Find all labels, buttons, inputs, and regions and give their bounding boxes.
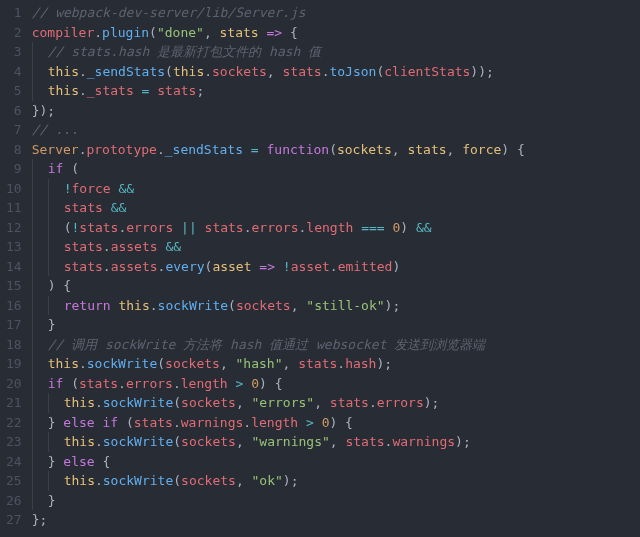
code-line-content: compiler.plugin("done", stats => { bbox=[32, 25, 298, 40]
token-punct: ) bbox=[392, 259, 400, 274]
token-string: "done" bbox=[157, 25, 204, 40]
token-prop: sockets bbox=[181, 473, 236, 488]
token-punct: , bbox=[392, 142, 408, 157]
line-number: 16 bbox=[6, 296, 22, 316]
code-line-content: return this.sockWrite(sockets, "still-ok… bbox=[32, 298, 401, 313]
token-punct: , bbox=[220, 356, 236, 371]
token-prop: stats bbox=[79, 376, 118, 391]
token-comment: // 调用 sockWrite 方法将 hash 值通过 websocket 发… bbox=[48, 337, 486, 352]
token-prop: sockets bbox=[236, 298, 291, 313]
line-number: 9 bbox=[6, 159, 22, 179]
token-default bbox=[243, 142, 251, 157]
token-prop: warnings bbox=[392, 434, 455, 449]
token-default bbox=[63, 161, 71, 176]
token-default bbox=[259, 142, 267, 157]
token-punct: . bbox=[244, 220, 252, 235]
line-number: 13 bbox=[6, 237, 22, 257]
token-default bbox=[228, 376, 236, 391]
token-prop: stats bbox=[134, 415, 173, 430]
token-keyword: function bbox=[267, 142, 330, 157]
code-line: this._sendStats(this.sockets, stats.toJs… bbox=[32, 62, 640, 82]
token-prop: stats bbox=[330, 395, 369, 410]
token-prop: errors bbox=[252, 220, 299, 235]
token-prop: hash bbox=[345, 356, 376, 371]
token-default bbox=[103, 200, 111, 215]
token-punct: . bbox=[103, 239, 111, 254]
token-string: "warnings" bbox=[252, 434, 330, 449]
token-comment: // webpack-dev-server/lib/Server.js bbox=[32, 5, 306, 20]
token-func: sockWrite bbox=[103, 473, 173, 488]
code-line-content: } else { bbox=[32, 454, 111, 469]
token-prop: compiler bbox=[32, 25, 95, 40]
token-prop: sockets bbox=[212, 64, 267, 79]
token-punct: ( bbox=[173, 395, 181, 410]
token-keyword: if bbox=[48, 161, 64, 176]
code-line: this.sockWrite(sockets, "ok"); bbox=[32, 471, 640, 491]
token-prop: errors bbox=[126, 376, 173, 391]
token-prop: stats bbox=[157, 83, 196, 98]
token-punct: ); bbox=[376, 356, 392, 371]
token-prop: asset bbox=[291, 259, 330, 274]
token-punct: , bbox=[267, 64, 283, 79]
token-default bbox=[134, 83, 142, 98]
line-number: 11 bbox=[6, 198, 22, 218]
token-punct: . bbox=[95, 434, 103, 449]
token-keyword: else bbox=[63, 415, 94, 430]
token-keyword: => bbox=[267, 25, 283, 40]
code-line: }; bbox=[32, 510, 640, 530]
token-operator: && bbox=[118, 181, 134, 196]
token-prop: length bbox=[181, 376, 228, 391]
line-number: 23 bbox=[6, 432, 22, 452]
token-keyword: if bbox=[48, 376, 64, 391]
code-line: } else if (stats.warnings.length > 0) { bbox=[32, 413, 640, 433]
line-number: 19 bbox=[6, 354, 22, 374]
code-line: // 调用 sockWrite 方法将 hash 值通过 websocket 发… bbox=[32, 335, 640, 355]
token-punct: }; bbox=[32, 512, 48, 527]
token-prop: prototype bbox=[86, 142, 156, 157]
token-operator: ! bbox=[283, 259, 291, 274]
token-prop: length bbox=[251, 415, 298, 430]
token-punct: . bbox=[204, 64, 212, 79]
token-punct: } bbox=[48, 317, 56, 332]
code-editor: 1234567891011121314151617181920212223242… bbox=[0, 0, 640, 533]
token-default bbox=[243, 376, 251, 391]
token-punct: . bbox=[79, 64, 87, 79]
line-number: 15 bbox=[6, 276, 22, 296]
token-prop: length bbox=[306, 220, 353, 235]
token-punct: { bbox=[290, 25, 298, 40]
line-number: 21 bbox=[6, 393, 22, 413]
token-prop: errors bbox=[377, 395, 424, 410]
token-this: this bbox=[64, 434, 95, 449]
code-line-content: // 调用 sockWrite 方法将 hash 值通过 websocket 发… bbox=[32, 337, 486, 352]
code-line-content: (!stats.errors || stats.errors.length ==… bbox=[32, 220, 432, 235]
token-punct: ( bbox=[173, 473, 181, 488]
token-punct: ( bbox=[126, 415, 134, 430]
token-param: sockets bbox=[337, 142, 392, 157]
code-line-content: } else if (stats.warnings.length > 0) { bbox=[32, 415, 353, 430]
code-line-content: }; bbox=[32, 512, 48, 527]
code-line: this.sockWrite(sockets, "hash", stats.ha… bbox=[32, 354, 640, 374]
token-default bbox=[118, 415, 126, 430]
token-prop: assets bbox=[111, 239, 158, 254]
token-const: Server bbox=[32, 142, 79, 157]
line-number: 10 bbox=[6, 179, 22, 199]
token-punct: . bbox=[94, 25, 102, 40]
code-line: if ( bbox=[32, 159, 640, 179]
token-punct: , bbox=[314, 395, 330, 410]
token-punct: . bbox=[173, 376, 181, 391]
token-punct: ) { bbox=[329, 415, 352, 430]
code-line-content: // ... bbox=[32, 122, 79, 137]
line-number: 24 bbox=[6, 452, 22, 472]
token-this: this bbox=[48, 83, 79, 98]
token-punct: . bbox=[173, 415, 181, 430]
token-punct: . bbox=[103, 259, 111, 274]
line-number: 7 bbox=[6, 120, 22, 140]
token-keyword: if bbox=[102, 415, 118, 430]
code-line-content: this._sendStats(this.sockets, stats.toJs… bbox=[32, 64, 494, 79]
token-string: "still-ok" bbox=[306, 298, 384, 313]
token-this: this bbox=[48, 64, 79, 79]
token-prop: sockets bbox=[165, 356, 220, 371]
code-line-content: this.sockWrite(sockets, "warnings", stat… bbox=[32, 434, 471, 449]
token-func: _sendStats bbox=[87, 64, 165, 79]
token-punct: , bbox=[236, 434, 252, 449]
